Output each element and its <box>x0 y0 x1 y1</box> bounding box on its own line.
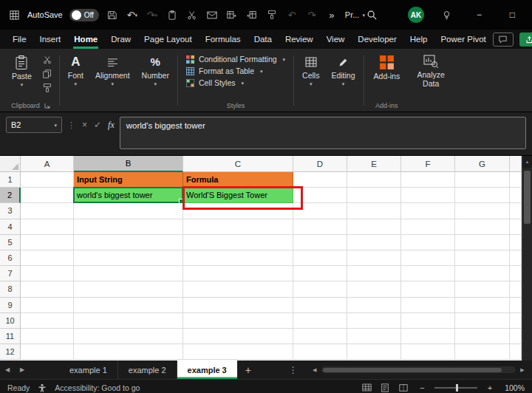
accessibility-icon[interactable] <box>36 382 48 393</box>
table-import-icon[interactable] <box>245 7 259 22</box>
cell-E11[interactable] <box>347 329 401 344</box>
cell-F10[interactable] <box>401 313 455 329</box>
format-painter-quick-icon[interactable] <box>265 7 279 22</box>
sheet-nav-left-icon[interactable]: ◀ <box>0 360 15 379</box>
cell-styles-button[interactable]: Cell Styles ▾ <box>182 77 290 89</box>
cell-B2[interactable]: world's biggest tower <box>74 188 183 203</box>
cut-icon[interactable] <box>41 54 54 66</box>
cell-G6[interactable] <box>455 250 510 266</box>
cell-A4[interactable] <box>21 219 74 235</box>
horizontal-scrollbar-track[interactable] <box>321 366 516 373</box>
quick-command-dropdown[interactable]: Pr... ▾ <box>345 10 365 19</box>
cell-G4[interactable] <box>455 219 510 235</box>
cell-G7[interactable] <box>455 266 510 281</box>
cell-E6[interactable] <box>347 250 401 266</box>
mail-icon[interactable] <box>205 7 219 22</box>
clipboard-quick-icon[interactable] <box>166 7 179 22</box>
cell-A7[interactable] <box>21 266 74 281</box>
cell-B5[interactable] <box>74 235 183 250</box>
formula-input[interactable]: world's biggest tower <box>120 117 526 149</box>
cell-F5[interactable] <box>401 235 455 250</box>
menu-tab-review[interactable]: Review <box>279 30 320 49</box>
cell-C11[interactable] <box>183 329 293 344</box>
cell-D4[interactable] <box>293 219 347 235</box>
cell-F2[interactable] <box>401 188 455 203</box>
clipboard-dialog-launcher-icon[interactable] <box>44 103 50 109</box>
cell-overflow-2[interactable] <box>510 188 522 203</box>
cell-G8[interactable] <box>455 281 510 297</box>
conditional-formatting-button[interactable]: Conditional Formatting ▾ <box>182 53 290 65</box>
cell-D3[interactable] <box>293 203 347 219</box>
cell-D9[interactable] <box>293 298 347 313</box>
row-header-4[interactable]: 4 <box>0 219 21 235</box>
undo-history-icon[interactable]: ↶ <box>285 7 299 22</box>
cell-E5[interactable] <box>347 235 401 250</box>
menu-tab-insert[interactable]: Insert <box>33 30 68 49</box>
row-header-7[interactable]: 7 <box>0 266 21 281</box>
sheet-nav-right-icon[interactable]: ▶ <box>15 360 30 379</box>
scroll-right-icon[interactable]: ▶ <box>517 367 528 373</box>
cell-D6[interactable] <box>293 250 347 266</box>
autosave-toggle[interactable]: Off <box>69 9 99 21</box>
cell-C12[interactable] <box>183 344 293 360</box>
analyze-data-button[interactable]: Analyze Data <box>407 51 454 104</box>
add-ins-button[interactable]: Add-ins <box>368 51 406 101</box>
cell-F12[interactable] <box>401 344 455 360</box>
cell-G11[interactable] <box>455 329 510 344</box>
cell-E7[interactable] <box>347 266 401 281</box>
menu-tab-power-pivot[interactable]: Power Pivot <box>434 30 492 49</box>
vertical-scrollbar-thumb[interactable] <box>524 171 531 224</box>
insert-function-icon[interactable]: fx <box>108 120 115 131</box>
column-header-F[interactable]: F <box>401 156 455 172</box>
cells-button[interactable]: Cells ▾ <box>296 51 325 101</box>
cell-F7[interactable] <box>401 266 455 281</box>
scroll-up-icon[interactable]: ▲ <box>522 156 532 168</box>
row-header-9[interactable]: 9 <box>0 298 21 313</box>
row-header-2[interactable]: 2 <box>0 188 21 203</box>
cell-E9[interactable] <box>347 298 401 313</box>
row-header-5[interactable]: 5 <box>0 235 21 250</box>
cell-overflow-1[interactable] <box>510 172 522 188</box>
cell-D5[interactable] <box>293 235 347 250</box>
cell-D1[interactable] <box>293 172 347 188</box>
cell-overflow-3[interactable] <box>510 203 522 219</box>
horizontal-scrollbar-thumb[interactable] <box>323 368 502 372</box>
menu-tab-draw[interactable]: Draw <box>104 30 137 49</box>
horizontal-scrollbar[interactable]: ◀ ▶ <box>308 360 532 379</box>
cancel-icon[interactable]: × <box>82 120 87 130</box>
cell-D10[interactable] <box>293 313 347 329</box>
zoom-slider-thumb[interactable] <box>456 384 458 392</box>
cell-A6[interactable] <box>21 250 74 266</box>
normal-view-icon[interactable] <box>361 382 372 393</box>
column-header-overflow[interactable] <box>510 156 522 172</box>
cell-E4[interactable] <box>347 219 401 235</box>
zoom-out-button[interactable]: − <box>416 382 428 393</box>
column-header-A[interactable]: A <box>21 156 74 172</box>
cell-D12[interactable] <box>293 344 347 360</box>
zoom-slider[interactable] <box>434 387 477 389</box>
cell-overflow-9[interactable] <box>510 298 522 313</box>
comments-button[interactable] <box>493 33 514 47</box>
cell-F1[interactable] <box>401 172 455 188</box>
scroll-left-icon[interactable]: ◀ <box>310 367 320 373</box>
sheet-tab-example-2[interactable]: example 2 <box>118 360 177 379</box>
sheet-tab-example-3[interactable]: example 3 <box>177 360 237 379</box>
format-as-table-button[interactable]: Format as Table ▾ <box>182 65 290 77</box>
cell-G1[interactable] <box>455 172 510 188</box>
cell-B6[interactable] <box>74 250 183 266</box>
cell-C10[interactable] <box>183 313 293 329</box>
cell-B12[interactable] <box>74 344 183 360</box>
cell-D11[interactable] <box>293 329 347 344</box>
row-header-6[interactable]: 6 <box>0 250 21 266</box>
cell-A8[interactable] <box>21 281 74 297</box>
cell-A1[interactable] <box>21 172 74 188</box>
cell-E8[interactable] <box>347 281 401 297</box>
cell-E10[interactable] <box>347 313 401 329</box>
cell-A11[interactable] <box>21 329 74 344</box>
cell-A5[interactable] <box>21 235 74 250</box>
menu-tab-home[interactable]: Home <box>67 30 104 49</box>
cell-E2[interactable] <box>347 188 401 203</box>
undo-icon[interactable]: ↶▾ <box>126 7 139 22</box>
paste-button[interactable]: Paste ▾ <box>6 51 38 101</box>
alignment-button[interactable]: Alignment ▾ <box>89 51 136 101</box>
